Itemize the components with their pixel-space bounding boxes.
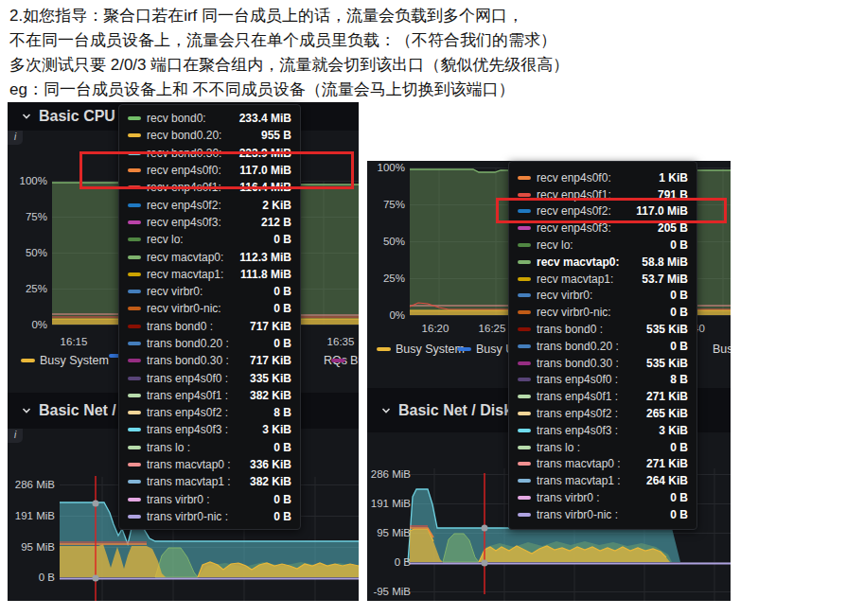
tooltip-row: trans bond0.30 : 717 KiB xyxy=(128,352,291,369)
series-value: 271 KiB xyxy=(646,390,688,403)
series-name: trans bond0.20 : xyxy=(537,340,619,353)
series-color-dash xyxy=(518,243,531,247)
y-tick: 100% xyxy=(367,161,405,174)
series-color-dash xyxy=(128,377,141,380)
y-tick: -95 MiB xyxy=(367,585,411,598)
series-color-dash xyxy=(518,226,531,230)
legend-item[interactable]: Busy System xyxy=(377,343,465,356)
tooltip-row: recv virbr0-nic: 0 B xyxy=(128,300,291,317)
series-value: 2 KiB xyxy=(262,199,291,212)
series-color-dash xyxy=(128,446,141,449)
tooltip-row: recv macvtap1: 53.7 MiB xyxy=(518,271,688,288)
series-value: 0 B xyxy=(273,510,291,523)
legend-item[interactable]: Bus xyxy=(331,354,359,367)
y-tick: 95 MiB xyxy=(9,540,55,554)
series-color-dash xyxy=(128,116,141,120)
tooltip-row: trans macvtap1 : 264 KiB xyxy=(518,472,688,489)
series-name: trans lo : xyxy=(147,441,190,454)
y-tick: 0% xyxy=(367,308,405,322)
series-value: 3 KiB xyxy=(659,424,688,437)
series-value: 0 B xyxy=(670,289,688,302)
y-tick: 0 B xyxy=(367,555,411,569)
series-name: trans macvtap1 : xyxy=(147,475,231,488)
series-name: trans enp4s0f2 : xyxy=(537,407,618,420)
series-color-dash xyxy=(518,293,531,297)
series-value: 382 KiB xyxy=(250,475,291,488)
series-color-dash xyxy=(128,255,141,259)
series-value: 0 B xyxy=(273,285,291,298)
series-value: 0 B xyxy=(670,441,688,454)
tooltip-row: trans virbr0 : 0 B xyxy=(518,489,688,506)
series-color-dash xyxy=(128,480,141,484)
series-color-dash xyxy=(518,327,531,331)
y-tick: 286 MiB xyxy=(9,478,55,491)
series-value: 53.7 MiB xyxy=(642,273,688,286)
tooltip-row: trans macvtap1 : 382 KiB xyxy=(128,473,291,490)
y-tick: 50% xyxy=(367,235,405,248)
legend-label: Busy System xyxy=(40,354,109,367)
series-name: recv virbr0: xyxy=(147,285,203,298)
series-value: 0 B xyxy=(670,491,688,504)
series-color-dash xyxy=(518,429,531,432)
series-color-dash xyxy=(128,463,141,466)
series-value: 717 KiB xyxy=(250,354,291,367)
tooltip-row: trans bond0.20 : 0 B xyxy=(128,335,291,352)
series-color-dash xyxy=(518,344,531,348)
y-tick: 191 MiB xyxy=(367,497,411,510)
series-name: trans enp4s0f1 : xyxy=(147,389,228,402)
tooltip-row: recv enp4s0f2: 2 KiB xyxy=(128,196,291,213)
series-value: 717 KiB xyxy=(250,320,291,333)
series-color-dash xyxy=(128,498,141,502)
series-name: trans macvtap0 : xyxy=(147,458,231,471)
legend-item[interactable]: Busy System xyxy=(21,354,109,367)
page: 2.如您指导：聚合口若在irf 同一台成员上的话，流量会负载到多个网口， 不在同… xyxy=(0,0,846,616)
tooltip-row: trans lo : 0 B xyxy=(518,439,688,456)
series-value: 3 KiB xyxy=(262,423,291,436)
series-name: trans virbr0-nic : xyxy=(147,510,228,523)
series-name: trans enp4s0f3 : xyxy=(537,424,618,437)
series-color-dash xyxy=(128,342,141,345)
y-tick: 0% xyxy=(8,318,47,331)
series-color-dash xyxy=(128,515,141,519)
series-color-dash xyxy=(518,446,531,449)
series-name: trans enp4s0f2 : xyxy=(147,406,228,419)
series-name: recv virbr0-nic: xyxy=(147,302,221,315)
note-line: eg：同一台成员设备上和 不不同成员设备（流量会马上切换到该端口） xyxy=(9,78,691,102)
series-value: 58.8 MiB xyxy=(642,255,688,269)
x-tick: 16:20 xyxy=(412,322,459,335)
series-value: 335 KiB xyxy=(250,372,291,385)
series-name: trans enp4s0f1 : xyxy=(537,390,618,403)
series-value: 112.3 MiB xyxy=(239,251,291,264)
series-color-dash xyxy=(128,394,141,397)
tooltip-row: trans enp4s0f1 : 382 KiB xyxy=(128,387,291,404)
series-value: 0 B xyxy=(670,508,688,521)
series-value: 264 KiB xyxy=(646,474,688,487)
series-name: trans enp4s0f3 : xyxy=(147,423,228,436)
note-line: 2.如您指导：聚合口若在irf 同一台成员上的话，流量会负载到多个网口， xyxy=(9,4,691,28)
y-tick: 191 MiB xyxy=(9,509,55,522)
series-name: recv enp4s0f0: xyxy=(537,171,611,185)
series-color-dash xyxy=(518,260,531,264)
legend-item[interactable]: Busy Ot xyxy=(694,343,731,356)
series-color-dash xyxy=(128,428,141,431)
series-value: 265 KiB xyxy=(646,407,688,420)
series-name: trans lo : xyxy=(537,441,580,454)
legend-color-dash xyxy=(377,347,391,351)
series-color-dash xyxy=(518,310,531,314)
tooltip-row: recv virbr0: 0 B xyxy=(128,283,291,300)
series-color-dash xyxy=(128,238,141,241)
y-tick: 25% xyxy=(8,282,47,295)
tooltip-row: recv bond0.20: 955 B xyxy=(128,127,291,144)
x-tick: 16:35 xyxy=(317,335,359,348)
series-name: recv lo: xyxy=(147,233,184,246)
tooltip-row: trans enp4s0f0 : 335 KiB xyxy=(128,369,291,386)
series-value: 111.8 MiB xyxy=(240,268,291,281)
series-color-dash xyxy=(518,412,531,415)
series-name: recv lo: xyxy=(537,238,573,252)
series-name: trans virbr0-nic : xyxy=(537,508,618,521)
series-color-dash xyxy=(128,203,141,207)
tooltip-row: recv macvtap0: 112.3 MiB xyxy=(128,248,291,265)
tooltip-row: recv macvtap0: 58.8 MiB xyxy=(518,254,688,271)
series-color-dash xyxy=(128,411,141,414)
series-name: recv macvtap0: xyxy=(537,255,619,269)
